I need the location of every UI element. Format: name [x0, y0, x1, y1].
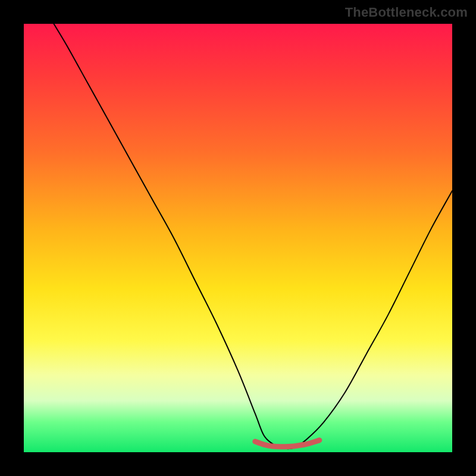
chart-frame: TheBottleneck.com: [0, 0, 476, 476]
green-band-marker: [255, 440, 320, 447]
bottleneck-curve: [54, 24, 452, 449]
chart-plot-area: [24, 24, 452, 452]
watermark-text: TheBottleneck.com: [345, 5, 468, 20]
chart-svg: [24, 24, 452, 452]
